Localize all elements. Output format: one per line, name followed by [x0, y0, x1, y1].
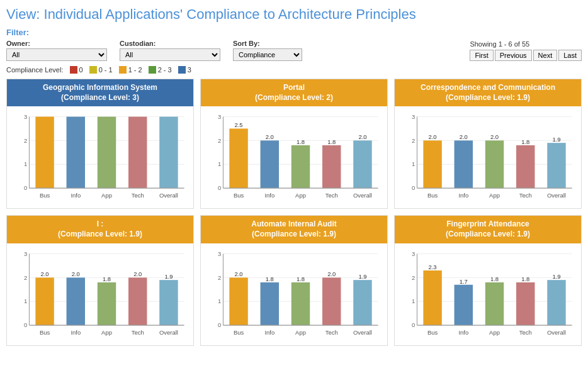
next-button[interactable]: Next	[533, 50, 558, 61]
bar-value-4-2: 2.0	[72, 270, 80, 277]
svg-text:3: 3	[24, 250, 27, 257]
chart-title-4: I :	[97, 220, 104, 228]
owner-select[interactable]: All	[6, 48, 107, 61]
legend: Compliance Level: 0 0 - 1 1 - 2 2 - 3 3	[6, 66, 582, 74]
bar-6-2	[455, 284, 473, 325]
legend-item-01: 0 - 1	[89, 66, 113, 74]
bar-2-5	[353, 141, 371, 189]
previous-button[interactable]: Previous	[495, 50, 532, 61]
bar-chart-svg-5: 01232.0Bus1.8Info1.8App2.0Tech1.9Overall	[205, 247, 383, 340]
last-button[interactable]: Last	[558, 50, 582, 61]
chart-card-3: Correspondence and Communication(Complia…	[394, 79, 582, 209]
bar-label-1-3: App	[101, 192, 112, 199]
showing-group: Showing 1 - 6 of 55 First Previous Next …	[470, 40, 582, 61]
chart-header-2: Portal(Compliance Level: 2)	[201, 79, 387, 106]
bar-label-6-5: Overall	[547, 328, 566, 335]
svg-text:1: 1	[24, 297, 27, 304]
bar-value-3-4: 1.8	[521, 138, 529, 145]
bar-label-3-5: Overall	[547, 192, 566, 199]
svg-text:3: 3	[412, 113, 415, 120]
custodian-filter: Custodian: All	[120, 40, 220, 61]
svg-text:1: 1	[24, 161, 27, 168]
showing-text: Showing 1 - 6 of 55	[470, 40, 529, 48]
chart-card-5: Automate Internal Audit(Compliance Level…	[200, 215, 388, 345]
chart-title-2: Portal	[283, 83, 305, 92]
chart-header-5: Automate Internal Audit(Compliance Level…	[201, 216, 387, 243]
chart-title-5: Automate Internal Audit	[251, 220, 337, 228]
chart-body-6: 01232.3Bus1.7Info1.8App1.8Tech1.9Overall	[395, 243, 581, 345]
bar-1-4	[128, 117, 147, 189]
bar-2-3	[291, 145, 310, 188]
chart-card-6: Fingerprint Attendance(Compliance Level:…	[394, 215, 582, 345]
owner-label: Owner:	[6, 40, 107, 47]
bar-label-3-1: Bus	[427, 192, 438, 199]
bar-label-1-1: Bus	[40, 192, 50, 199]
chart-card-4: I :(Compliance Level: 1.9)01232.0Bus2.0I…	[6, 215, 194, 345]
bar-label-5-5: Overall	[353, 328, 372, 335]
bar-label-5-2: Info	[264, 328, 274, 335]
svg-text:0: 0	[218, 184, 221, 191]
svg-text:2: 2	[412, 137, 415, 144]
bar-value-5-4: 2.0	[327, 270, 336, 277]
svg-text:1: 1	[218, 297, 221, 304]
chart-body-2: 01232.5Bus2.0Info1.8App1.8Tech2.0Overall	[201, 106, 387, 208]
legend-label-0: 0	[79, 66, 83, 74]
bar-value-6-5: 1.9	[552, 273, 560, 280]
bar-label-3-3: App	[489, 192, 500, 199]
chart-card-1: Geographic Information System(Compliance…	[6, 79, 194, 209]
chart-subtitle-1: (Compliance Level: 3)	[61, 93, 139, 102]
compliance-level-label: Compliance Level:	[6, 66, 64, 74]
custodian-select[interactable]: All	[120, 48, 220, 61]
chart-subtitle-3: (Compliance Level: 1.9)	[446, 93, 530, 102]
bar-value-2-4: 1.8	[327, 138, 336, 145]
bar-6-1	[423, 270, 441, 325]
svg-text:0: 0	[412, 184, 415, 191]
bar-1-3	[98, 117, 116, 189]
bar-4-4	[128, 277, 147, 325]
bar-chart-svg-6: 01232.3Bus1.7Info1.8App1.8Tech1.9Overall	[399, 247, 577, 340]
bar-value-4-4: 2.0	[133, 270, 142, 277]
legend-item-12: 1 - 2	[119, 66, 142, 74]
bar-label-5-1: Bus	[234, 328, 244, 335]
bar-4-5	[159, 280, 178, 325]
bar-value-5-2: 1.8	[266, 275, 274, 282]
legend-label-01: 0 - 1	[99, 66, 113, 74]
svg-text:0: 0	[412, 321, 415, 328]
bar-value-6-3: 1.8	[490, 275, 499, 282]
svg-text:2: 2	[218, 137, 221, 144]
title-text: Individual Applications' Compliance to A…	[44, 6, 416, 22]
first-button[interactable]: First	[470, 50, 493, 61]
bar-2-4	[322, 145, 341, 188]
bar-value-5-1: 2.0	[234, 270, 242, 277]
svg-text:2: 2	[218, 274, 221, 281]
bar-4-3	[98, 282, 116, 325]
bar-5-5	[353, 280, 371, 325]
bar-label-2-1: Bus	[234, 192, 244, 199]
chart-title-3: Correspondence and Communication	[421, 83, 555, 92]
sort-select[interactable]: Compliance	[233, 48, 302, 61]
legend-swatch-0	[70, 66, 77, 74]
chart-subtitle-4: (Compliance Level: 1.9)	[58, 230, 142, 238]
svg-text:0: 0	[218, 321, 221, 328]
svg-text:3: 3	[218, 250, 221, 257]
bar-3-4	[516, 145, 534, 188]
bar-3-3	[485, 141, 504, 189]
bar-5-4	[322, 277, 341, 325]
bar-label-1-2: Info	[71, 192, 81, 199]
chart-header-4: I :(Compliance Level: 1.9)	[7, 216, 193, 243]
bar-1-5	[159, 117, 178, 189]
legend-label-12: 1 - 2	[128, 66, 142, 74]
bar-value-4-5: 1.9	[164, 273, 172, 280]
svg-text:0: 0	[24, 184, 27, 191]
bar-label-6-2: Info	[458, 328, 468, 335]
bar-label-4-3: App	[101, 328, 112, 335]
svg-text:1: 1	[412, 161, 415, 168]
bar-label-6-3: App	[489, 328, 500, 335]
legend-swatch-12	[119, 66, 127, 74]
bar-6-5	[547, 280, 565, 325]
bar-3-2	[455, 141, 473, 189]
chart-subtitle-5: (Compliance Level: 1.9)	[252, 230, 336, 238]
bar-value-2-5: 2.0	[358, 133, 366, 140]
chart-body-3: 01232.0Bus2.0Info2.0App1.8Tech1.9Overall	[395, 106, 581, 208]
bar-label-2-4: Tech	[325, 192, 338, 199]
